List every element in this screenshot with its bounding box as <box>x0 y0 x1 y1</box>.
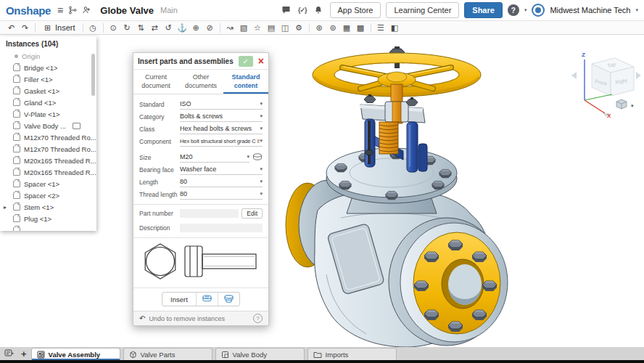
replicate-icon[interactable]: ▩ <box>354 21 368 34</box>
tab-valve-body[interactable]: Valve Body <box>215 348 305 360</box>
user-name[interactable]: Midwest Machine Tech <box>550 6 630 15</box>
list-item-stem[interactable]: ▸ Stem <1> <box>0 201 96 213</box>
screw-relation-icon[interactable]: ⊚ <box>326 21 340 34</box>
list-item-origin[interactable]: Origin <box>0 50 96 62</box>
insert-orientation-b-button[interactable] <box>218 293 239 306</box>
history-icon[interactable]: ◷ <box>86 21 100 34</box>
fastened-mate-icon[interactable]: ⚓ <box>176 21 189 34</box>
dialog-tabs: Current document Other documents Standar… <box>133 70 268 94</box>
user-avatar[interactable] <box>532 4 545 17</box>
list-item[interactable] <box>0 224 96 231</box>
view-cube[interactable]: Top Front Right Z X ▾ <box>570 48 643 118</box>
list-item[interactable]: M12x70 Threaded Ro... <box>0 131 96 143</box>
bolt-preview-icon[interactable] <box>252 153 263 161</box>
help-caret-icon[interactable]: ▾ <box>524 7 527 13</box>
bom-icon[interactable]: ☰ <box>374 21 388 34</box>
gear-relation-icon[interactable]: ⊛ <box>313 21 326 34</box>
rotate-left-arrow-icon[interactable] <box>571 72 577 79</box>
part-studio-icon <box>221 351 229 359</box>
tab-imports[interactable]: Imports <box>307 348 397 360</box>
user-menu-caret-icon[interactable]: ▾ <box>635 7 638 13</box>
tab-bar-tools: + <box>0 347 31 360</box>
field-bearing-face: Bearing face Washer face ▾ <box>139 163 263 176</box>
insert-orientation-a-button[interactable] <box>196 293 218 306</box>
list-item-valve-body[interactable]: Valve Body ... <box>0 120 96 131</box>
insert-button[interactable]: ⊞ Insert <box>38 21 80 34</box>
ball-mate-icon[interactable]: ⊕ <box>189 21 203 34</box>
share-users-icon[interactable] <box>82 6 91 15</box>
list-item[interactable]: Plug <1> <box>0 213 96 224</box>
tab-other-documents[interactable]: Other documents <box>178 70 223 94</box>
view-options-cube-icon[interactable] <box>616 99 627 109</box>
graphics-canvas[interactable]: Top Front Right Z X ▾ Instances (104) Or… <box>0 35 644 347</box>
part-icon <box>13 204 20 211</box>
tab-valve-assembly[interactable]: Valve Assembly <box>31 348 120 360</box>
insert-part-button[interactable]: Insert <box>162 293 196 306</box>
tab-current-document[interactable]: Current document <box>133 70 178 94</box>
notifications-bell-icon[interactable] <box>314 6 323 15</box>
length-select[interactable]: 80 ▾ <box>180 176 263 187</box>
globe-valve-model[interactable] <box>0 35 644 347</box>
display-states-icon[interactable]: ▤ <box>265 21 278 34</box>
cylindrical-mate-icon[interactable]: ↺ <box>162 21 176 34</box>
snap-mode-icon[interactable]: ↝ <box>223 21 237 34</box>
category-select[interactable]: Bolts & screws ▾ <box>180 111 263 122</box>
component-select[interactable]: Hex bolt structural short grade C ISC ▾ <box>180 136 263 147</box>
tab-valve-parts[interactable]: Valve Parts <box>123 348 212 360</box>
new-tab-icon[interactable]: + <box>21 349 27 359</box>
list-item[interactable]: Spacer <1> <box>0 178 96 189</box>
slider-mate-icon[interactable]: ⇅ <box>134 21 148 34</box>
named-views-icon[interactable]: ☆ <box>251 21 265 34</box>
field-class: Class Hex head bolts & screws ▾ <box>139 123 263 135</box>
planar-mate-icon[interactable]: ⇄ <box>148 21 162 34</box>
part-icon <box>13 65 20 71</box>
share-button[interactable]: Share <box>464 2 503 18</box>
feature-script-icon[interactable]: {✓} <box>298 7 307 14</box>
assembly-features-icon[interactable]: ⚙ <box>292 21 306 34</box>
list-item[interactable]: M20x165 Threaded R... <box>0 155 96 166</box>
field-length: Length 80 ▾ <box>139 176 263 188</box>
size-select[interactable]: M20 ▾ <box>180 152 249 163</box>
versions-icon[interactable] <box>68 6 77 15</box>
mate-icon[interactable]: ⊙ <box>107 21 120 34</box>
list-item[interactable]: Gasket <1> <box>0 85 96 97</box>
app-store-button[interactable]: App Store <box>330 2 381 18</box>
comments-icon[interactable] <box>281 6 291 15</box>
footer-help-icon[interactable]: ? <box>253 314 263 323</box>
pin-slot-mate-icon[interactable]: ⊘ <box>203 21 217 34</box>
accept-button[interactable]: ✓ <box>239 56 253 67</box>
revolute-mate-icon[interactable]: ↻ <box>120 21 134 34</box>
part-number-input[interactable] <box>180 209 239 218</box>
list-item[interactable]: Spacer <2> <box>0 189 96 201</box>
rack-pinion-relation-icon[interactable]: ▦ <box>340 21 354 34</box>
expand-chevron-icon[interactable]: ▸ <box>4 204 7 211</box>
instances-scrollbar[interactable] <box>91 54 95 96</box>
list-item[interactable]: V-Plate <1> <box>0 108 96 120</box>
edit-button[interactable]: Edit <box>242 208 263 219</box>
class-select[interactable]: Hex head bolts & screws ▾ <box>180 123 263 134</box>
undo-icon: ↶ <box>139 314 145 322</box>
view-options-caret-icon[interactable]: ▾ <box>631 103 634 108</box>
main-menu-icon[interactable]: ≡ <box>57 4 63 16</box>
learning-center-button[interactable]: Learning Center <box>386 2 459 18</box>
list-item[interactable]: M12x70 Threaded Ro... <box>0 143 96 155</box>
description-input[interactable] <box>180 224 263 232</box>
list-item[interactable]: Bridge <1> <box>0 62 96 73</box>
assembly-toolbar: ↶ ↷ ⊞ Insert ◷ ⊙ ↻ ⇅ ⇄ ↺ ⚓ ⊕ ⊘ ↝ ▧ ☆ ▤ ◫… <box>0 21 644 35</box>
close-icon[interactable]: × <box>258 56 264 66</box>
list-item[interactable]: M20x165 Threaded R... <box>0 166 96 178</box>
search-tabs-icon[interactable] <box>4 347 14 360</box>
standard-select[interactable]: ISO ▾ <box>180 99 263 110</box>
list-item[interactable]: Filler <1> <box>0 73 96 85</box>
help-icon[interactable]: ? <box>508 4 519 16</box>
thread-length-select[interactable]: 80 ▾ <box>180 189 263 200</box>
redo-icon[interactable]: ↷ <box>18 21 32 34</box>
explode-view-icon[interactable]: ▧ <box>237 21 251 34</box>
bearing-face-select[interactable]: Washer face ▾ <box>180 164 263 175</box>
rotate-right-arrow-icon[interactable] <box>636 72 641 79</box>
undo-icon[interactable]: ↶ <box>4 21 18 34</box>
measure-icon[interactable]: ◧ <box>388 21 402 34</box>
named-positions-icon[interactable]: ◫ <box>278 21 292 34</box>
tab-standard-content[interactable]: Standard content <box>223 70 268 94</box>
list-item[interactable]: Gland <1> <box>0 97 96 108</box>
